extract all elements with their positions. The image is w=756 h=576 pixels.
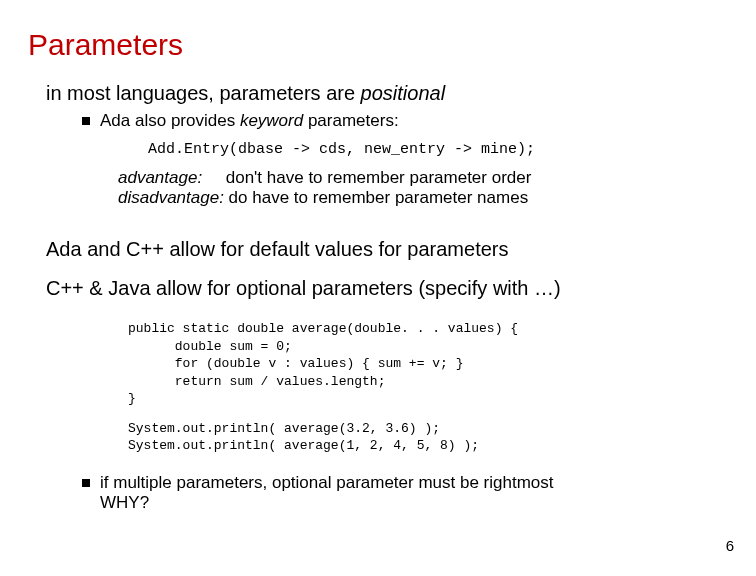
page-number: 6 xyxy=(726,537,734,554)
code-snippet-3: System.out.println( average(3.2, 3.6) );… xyxy=(128,420,756,455)
section-default-values: Ada and C++ allow for default values for… xyxy=(46,238,756,261)
section-optional-params: C++ & Java allow for optional parameters… xyxy=(46,277,756,300)
bullet1-italic: keyword xyxy=(240,111,303,130)
code-snippet-2: public static double average(double. . .… xyxy=(128,320,756,408)
disadvantage-label: disadvantage: xyxy=(118,188,224,207)
advantage-block: advantage: don't have to remember parame… xyxy=(118,168,756,208)
intro-line: in most languages, parameters are positi… xyxy=(46,82,756,105)
advantage-label: advantage: xyxy=(118,168,202,187)
slide-title: Parameters xyxy=(28,28,756,62)
advantage-text: don't have to remember parameter order xyxy=(202,168,531,187)
bullet2-line1: if multiple parameters, optional paramet… xyxy=(100,473,554,493)
square-bullet-icon xyxy=(82,117,90,125)
bullet1-post: parameters: xyxy=(303,111,398,130)
square-bullet-icon xyxy=(82,479,90,487)
code-snippet-1: Add.Entry(dbase -> cds, new_entry -> min… xyxy=(148,141,756,158)
bullet-1-text: Ada also provides keyword parameters: xyxy=(100,111,399,131)
disadvantage-text: do have to remember parameter names xyxy=(224,188,528,207)
bullet-item-2: if multiple parameters, optional paramet… xyxy=(82,473,756,513)
bullet-item-1: Ada also provides keyword parameters: xyxy=(82,111,756,131)
bullet2-line2: WHY? xyxy=(100,493,554,513)
intro-text: in most languages, parameters are xyxy=(46,82,361,104)
bullet1-pre: Ada also provides xyxy=(100,111,240,130)
intro-italic: positional xyxy=(361,82,446,104)
bullet-2-text: if multiple parameters, optional paramet… xyxy=(100,473,554,513)
